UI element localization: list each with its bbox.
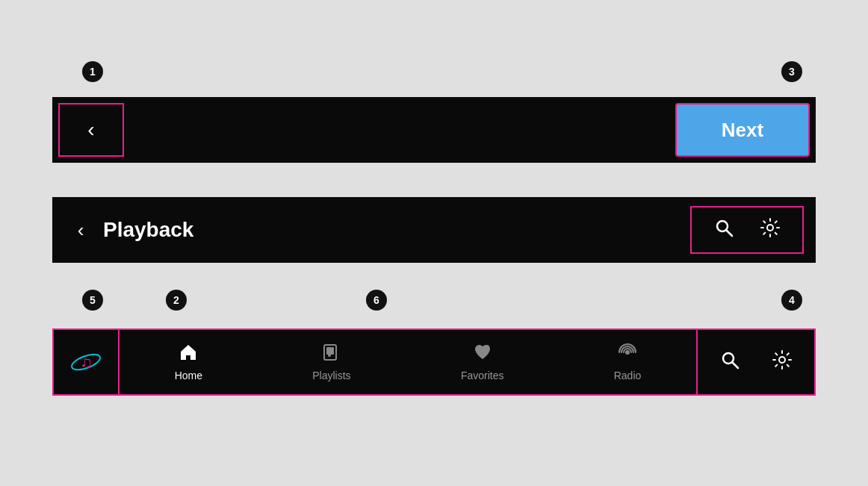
gear-icon-bottom (772, 350, 792, 374)
nav-item-home[interactable]: Home (160, 343, 217, 381)
playlists-icon (322, 343, 341, 367)
nav-item-playlists[interactable]: Playlists (297, 343, 365, 381)
search-icon-bottom (720, 350, 740, 374)
search-button-middle[interactable] (701, 212, 747, 248)
svg-text:♫: ♫ (80, 353, 93, 372)
svg-line-11 (733, 363, 739, 369)
logo-icon: ♫ (66, 343, 105, 381)
home-icon (179, 343, 198, 367)
radio-label: Radio (614, 370, 642, 381)
svg-point-12 (779, 357, 785, 363)
settings-button-bottom[interactable] (759, 330, 805, 394)
svg-line-1 (727, 231, 733, 237)
bottom-icons (696, 328, 816, 396)
favorites-icon (473, 343, 492, 367)
nav-items: Home Playlists Favorites (120, 328, 696, 396)
badge-1: 1 (82, 61, 103, 82)
back-button-middle[interactable]: ‹ (64, 214, 97, 246)
next-label: Next (722, 119, 763, 142)
playlists-label: Playlists (312, 370, 350, 381)
chevron-left-icon: ‹ (87, 118, 94, 142)
nav-item-radio[interactable]: Radio (599, 343, 657, 381)
playback-title: Playback (103, 218, 690, 242)
radio-icon (618, 343, 637, 367)
svg-point-9 (625, 350, 630, 355)
svg-rect-6 (326, 347, 334, 355)
badge-4: 4 (781, 290, 802, 311)
svg-point-2 (767, 225, 773, 231)
badge-2: 2 (166, 290, 187, 311)
home-label: Home (175, 370, 202, 381)
settings-button-middle[interactable] (747, 212, 793, 248)
badge-5: 5 (82, 290, 103, 311)
back-button-top[interactable]: ‹ (58, 103, 124, 157)
badge-6: 6 (366, 290, 387, 311)
chevron-left-icon-middle: ‹ (78, 219, 84, 242)
nav-item-favorites[interactable]: Favorites (446, 343, 519, 381)
search-icon-middle (714, 218, 734, 242)
middle-bar: ‹ Playback (52, 197, 816, 263)
top-bar: ‹ Next (52, 97, 816, 163)
middle-bar-icons (690, 206, 804, 254)
favorites-label: Favorites (461, 370, 504, 381)
bottom-bar: ♫ Home Playlists (52, 328, 816, 396)
next-button[interactable]: Next (675, 103, 810, 157)
badge-3: 3 (781, 61, 802, 82)
search-button-bottom[interactable] (707, 330, 753, 394)
app-logo[interactable]: ♫ (52, 328, 120, 396)
gear-icon-middle (760, 218, 780, 242)
svg-point-7 (328, 354, 331, 357)
